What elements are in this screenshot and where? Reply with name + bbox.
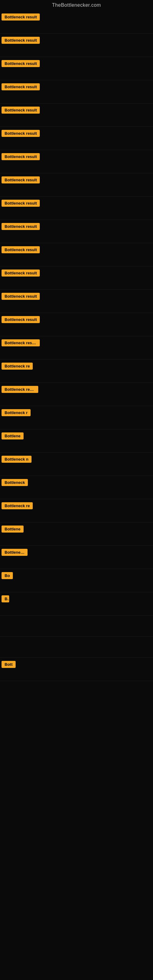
result-block: B [0,592,153,616]
result-block: Bottleneck result [0,243,153,266]
bottleneck-result-badge[interactable]: Bottleneck result [2,246,40,253]
bottleneck-result-badge[interactable]: Bo [2,572,13,579]
result-block: Bottleneck result [0,336,153,360]
bottleneck-result-badge[interactable]: Bottleneck result [2,83,40,90]
result-block: Bottleneck result [0,150,153,173]
result-block: Bottleneck n [0,453,153,476]
result-block: Bottleneck result [0,80,153,103]
site-title: TheBottlenecker.com [0,0,153,10]
result-block: Bottleneck result [0,34,153,57]
result-block: Bo [0,569,153,592]
result-block: Bott [0,658,153,681]
bottleneck-result-badge[interactable]: Bottleneck [2,549,27,556]
bottleneck-result-badge[interactable]: Bottleneck result [2,200,40,207]
result-block: Bottleneck result [0,10,153,34]
result-block: Bottleneck re [0,499,153,522]
bottleneck-result-badge[interactable]: Bottleneck result [2,223,40,230]
bottleneck-result-badge[interactable]: Bottleneck result [2,316,40,323]
bottleneck-result-badge[interactable]: Bottleneck result [2,130,40,137]
result-block: Bottleneck resul [0,383,153,406]
result-block: Bottleneck r [0,406,153,430]
bottleneck-result-badge[interactable]: Bottleneck result [2,153,40,160]
result-block [0,637,153,658]
bottleneck-result-badge[interactable]: Bottlene [2,525,24,533]
bottleneck-result-badge[interactable]: Bottleneck r [2,409,30,416]
bottleneck-result-badge[interactable]: Bottleneck result [2,293,40,300]
result-block: Bottleneck re [0,360,153,383]
result-block: Bottleneck [0,476,153,499]
result-block: Bottleneck result [0,266,153,290]
result-block: Bottleneck result [0,197,153,220]
result-block: Bottleneck result [0,103,153,127]
bottleneck-result-badge[interactable]: Bottleneck result [2,107,40,114]
result-block: Bottleneck result [0,127,153,150]
bottleneck-result-badge[interactable]: Bottleneck resul [2,386,38,393]
bottleneck-result-badge[interactable]: Bottlene [2,433,24,439]
bottleneck-result-badge[interactable]: Bottleneck re [2,502,33,509]
bottleneck-result-badge[interactable]: Bottleneck result [2,13,40,21]
bottleneck-result-badge[interactable]: B [2,595,9,602]
result-block: Bottleneck result [0,173,153,197]
result-block: Bottleneck result [0,57,153,80]
bottleneck-result-badge[interactable]: Bottleneck result [2,60,40,67]
bottleneck-result-badge[interactable]: Bottleneck result [2,339,40,346]
result-block: Bottleneck result [0,313,153,336]
result-block: Bottleneck result [0,220,153,243]
result-block: Bottleneck result [0,290,153,313]
result-block: Bottlene [0,522,153,546]
bottleneck-result-badge[interactable]: Bottleneck re [2,363,33,370]
bottleneck-result-badge[interactable]: Bottleneck result [2,177,40,183]
result-block: Bottleneck [0,546,153,569]
bottleneck-result-badge[interactable]: Bottleneck [2,479,28,486]
bottleneck-result-badge[interactable]: Bott [2,661,16,668]
result-block [0,616,153,637]
bottleneck-result-badge[interactable]: Bottleneck result [2,269,40,277]
bottleneck-result-badge[interactable]: Bottleneck result [2,37,40,44]
result-block: Bottlene [0,430,153,453]
bottleneck-result-badge[interactable]: Bottleneck n [2,456,32,463]
